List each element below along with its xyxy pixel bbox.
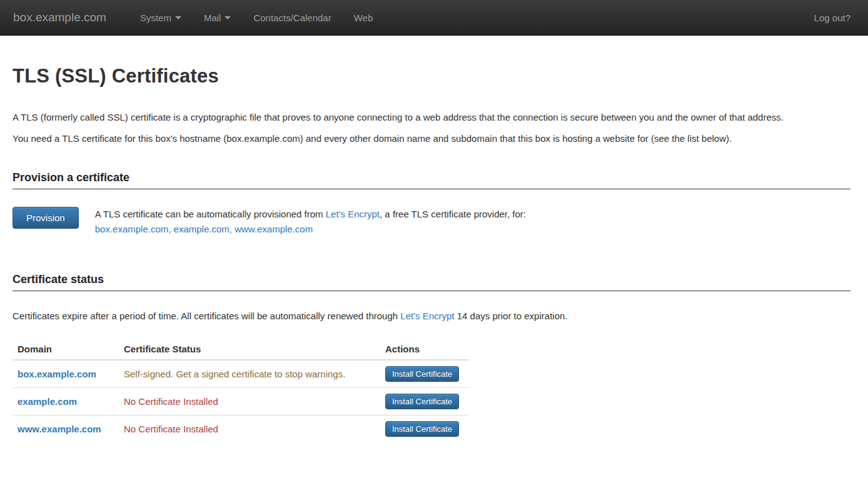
- provision-domains-list: box.example.com, example.com, www.exampl…: [95, 224, 313, 234]
- certificate-status-text: Self-signed. Get a signed certificate to…: [124, 369, 345, 379]
- status-text-before: Certificates expire after a period of ti…: [13, 311, 400, 321]
- caret-down-icon: [225, 16, 231, 19]
- nav-item-label: Contacts/Calendar: [253, 12, 331, 23]
- provision-text-before: A TLS certificate can be automatically p…: [95, 209, 326, 219]
- install-certificate-button[interactable]: Install Certificate: [385, 394, 459, 409]
- intro-paragraph-2: You need a TLS certificate for this box'…: [13, 131, 850, 146]
- lets-encrypt-link[interactable]: Let's Encrypt: [326, 209, 380, 219]
- nav-item-system[interactable]: System: [129, 0, 193, 35]
- nav-item-label: Mail: [204, 12, 221, 23]
- nav-item-contacts-calendar[interactable]: Contacts/Calendar: [242, 0, 342, 35]
- table-row: box.example.com Self-signed. Get a signe…: [13, 360, 469, 387]
- top-navbar: box.example.com System Mail Contacts/Cal…: [0, 0, 868, 36]
- provision-section-heading: Provision a certificate: [13, 171, 850, 189]
- lets-encrypt-link[interactable]: Let's Encrypt: [400, 311, 454, 321]
- provision-row: Provision A TLS certificate can be autom…: [13, 207, 850, 237]
- intro-paragraph-1: A TLS (formerly called SSL) certificate …: [13, 110, 850, 125]
- provision-text-after: , a free TLS certificate provider, for:: [380, 209, 526, 219]
- table-header-row: Domain Certificate Status Actions: [13, 339, 469, 360]
- caret-down-icon: [175, 16, 181, 19]
- logout-link[interactable]: Log out?: [814, 12, 850, 23]
- install-certificate-button[interactable]: Install Certificate: [385, 421, 459, 437]
- column-header-certificate-status: Certificate Status: [119, 339, 380, 360]
- navbar-right: Log out?: [814, 12, 850, 23]
- nav-item-web[interactable]: Web: [343, 0, 385, 35]
- status-paragraph: Certificates expire after a period of ti…: [13, 309, 850, 324]
- domain-link[interactable]: www.example.com: [18, 424, 101, 434]
- page-title: TLS (SSL) Certificates: [13, 65, 850, 87]
- provision-description: A TLS certificate can be automatically p…: [95, 207, 526, 237]
- main-content: TLS (SSL) Certificates A TLS (formerly c…: [0, 65, 868, 442]
- nav-item-label: Web: [354, 12, 373, 23]
- install-certificate-button[interactable]: Install Certificate: [385, 366, 459, 382]
- status-section-heading: Certificate status: [13, 273, 850, 291]
- table-row: example.com No Certificate Installed Ins…: [13, 387, 469, 415]
- column-header-domain: Domain: [13, 339, 119, 360]
- nav-item-mail[interactable]: Mail: [193, 0, 243, 35]
- domain-link[interactable]: example.com: [18, 396, 77, 407]
- column-header-actions: Actions: [380, 339, 469, 360]
- navbar-brand[interactable]: box.example.com: [13, 11, 106, 24]
- table-row: www.example.com No Certificate Installed…: [13, 415, 469, 442]
- certificate-status-text: No Certificate Installed: [124, 396, 218, 407]
- domain-link[interactable]: box.example.com: [18, 369, 96, 379]
- status-text-after: 14 days prior to expiration.: [455, 311, 568, 321]
- certificate-table: Domain Certificate Status Actions box.ex…: [13, 339, 469, 442]
- nav-item-label: System: [140, 12, 171, 23]
- certificate-status-text: No Certificate Installed: [124, 424, 218, 434]
- navbar-menu: System Mail Contacts/Calendar Web: [129, 0, 384, 35]
- provision-button[interactable]: Provision: [13, 207, 79, 229]
